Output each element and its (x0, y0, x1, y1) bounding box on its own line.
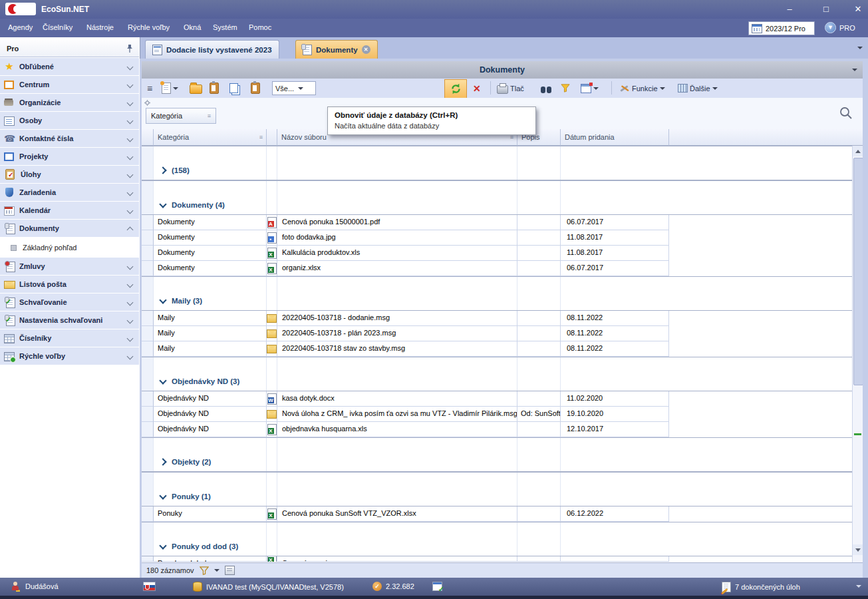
sidebar-item-nastavenia-schvalovani[interactable]: Nastavenia schvaľovani (0, 311, 139, 329)
search-button[interactable] (541, 81, 551, 95)
group-row[interactable]: Ponuky od dod (3) (142, 522, 852, 556)
panel-menu-dropdown-icon[interactable] (852, 69, 857, 71)
close-button[interactable]: ✕ (847, 3, 868, 16)
header-file-icon[interactable] (267, 129, 277, 146)
pro-badge[interactable]: ▼ PRO (825, 22, 855, 33)
user-icon (12, 582, 21, 591)
table-row[interactable]: Dokumenty X Kalkulácia produktov.xls11.0… (142, 246, 852, 261)
group-row[interactable]: (158) (142, 146, 852, 180)
tab-list-dropdown-icon[interactable] (857, 47, 863, 49)
table-row[interactable]: Dokumenty A Cenová ponuka 15000001.pdf06… (142, 215, 852, 230)
version-status[interactable]: ✓2.32.682 (372, 582, 414, 591)
print-button[interactable]: Tlač (497, 81, 524, 95)
sidebar-item-organizacie[interactable]: Organizácie (0, 94, 139, 111)
more-menu-button[interactable]: Ďalšie (678, 81, 718, 95)
status-dropdown-icon[interactable] (856, 585, 861, 588)
user-status[interactable]: Dudášová (12, 582, 59, 591)
sidebar-item-zakladny-pohlad[interactable]: Základný pohľad (0, 238, 139, 258)
sidebar-item-ciselniky[interactable]: Číselníky (0, 329, 139, 347)
table-row[interactable]: Dokumenty ▪ foto dodavka.jpg11.08.2017 (142, 230, 852, 246)
toolbar-menu-icon[interactable]: ≡ (147, 81, 152, 95)
paste-button[interactable] (210, 81, 219, 95)
header-datum-pridania[interactable]: Dátum pridania (561, 129, 669, 146)
sidebar-item-kalendar[interactable]: Kalendár (0, 202, 139, 219)
sidebar-item-schvalovanie[interactable]: Schvaľovanie (0, 294, 139, 311)
menu-item-system[interactable]: Systém (213, 23, 237, 31)
tab-close-icon[interactable]: ✕ (362, 45, 370, 54)
cancel-button[interactable]: ✕ (473, 81, 481, 95)
aggregate-icon[interactable] (225, 566, 235, 575)
language-flag[interactable] (143, 582, 156, 591)
sidebar-item-osoby[interactable]: Osoby (0, 112, 139, 129)
organizations-icon (4, 100, 13, 106)
mail-file-icon (267, 345, 277, 353)
excel-file-icon: X (267, 263, 277, 274)
header-kategoria[interactable]: Kategória≡ (154, 129, 267, 146)
tab-dokumenty[interactable]: Dokumenty ✕ (295, 40, 378, 59)
menu-item-pomoc[interactable]: Pomoc (249, 23, 271, 31)
filter-dropdown-icon[interactable] (214, 569, 219, 572)
table-row[interactable]: Dokumenty X organiz.xlsx06.07.2017 (142, 261, 852, 276)
table-row[interactable]: Objednávky ND Nová úloha z CRM_ ivka pos… (142, 407, 852, 422)
table-row[interactable]: Objednávky ND W kasa dotyk.docx11.02.202… (142, 391, 852, 407)
sidebar-item-ulohy[interactable]: Úlohy (0, 166, 139, 183)
open-button[interactable] (190, 81, 202, 95)
menu-item-nastroje[interactable]: Nástroje (86, 23, 114, 31)
functions-menu-button[interactable]: Funkcie (619, 81, 665, 95)
table-row[interactable]: Maily 20220405-103718 - plán 2023.msg08.… (142, 326, 852, 341)
sidebar-item-dokumenty[interactable]: Dokumenty (0, 220, 139, 237)
table-row[interactable]: Maily 20220405-103718 - dodanie.msg08.11… (142, 311, 852, 326)
menu-item-agendy[interactable]: Agendy (8, 23, 33, 31)
filter-button[interactable] (561, 81, 570, 95)
sidebar-item-kontaktne-cisla[interactable]: ☎Kontaktné čísla (0, 130, 139, 147)
scroll-down-icon[interactable] (853, 544, 863, 555)
group-row[interactable]: Dokumenty (4) (142, 180, 852, 215)
chevron-down-icon (159, 296, 166, 303)
table-row[interactable]: Objednávky ND X objednavka husquarna.xls… (142, 422, 852, 437)
tab-dodacie-listy[interactable]: Dodacie listy vystavené 2023 (145, 40, 279, 59)
chevron-down-icon (159, 492, 166, 499)
period-selector[interactable]: 2023/12 Pro (748, 21, 815, 35)
tasks-icon (5, 169, 15, 180)
pin-icon[interactable] (126, 44, 134, 53)
refresh-button[interactable] (444, 79, 467, 99)
table-row[interactable]: Maily 20220405-103718 stav zo stavby.msg… (142, 341, 852, 357)
gear-icon[interactable] (144, 100, 150, 106)
menu-item-okna[interactable]: Okná (184, 23, 201, 31)
group-row[interactable]: Objekty (2) (142, 437, 852, 472)
search-icon[interactable] (839, 106, 853, 120)
table-row-partial[interactable]: Ponuky od dod X Cenová ponuka … (142, 556, 852, 562)
database-status[interactable]: IVANAD test (MySQL/IVANADtest, V2578) (193, 582, 344, 592)
sidebar-item-zariadenia[interactable]: Zariadenia (0, 184, 139, 201)
scrollbar-thumb[interactable] (853, 158, 863, 385)
copy-button[interactable] (229, 81, 238, 95)
sidebar-item-listova-posta[interactable]: Listová pošta (0, 276, 139, 293)
funnel-icon[interactable] (200, 566, 209, 575)
group-row[interactable]: Objednávky ND (3) (142, 357, 852, 391)
sidebar-item-zmluvy[interactable]: Zmluvy (0, 258, 139, 275)
group-row[interactable]: Ponuky (1) (142, 472, 852, 506)
quick-actions-icon (4, 352, 15, 361)
minimize-button[interactable]: – (778, 3, 801, 16)
new-document-button[interactable] (162, 81, 178, 95)
vertical-scrollbar[interactable] (852, 146, 863, 562)
group-by-chip-kategoria[interactable]: Kategória≡ (146, 108, 216, 124)
paste-special-button[interactable] (251, 81, 260, 95)
excel-file-icon: X (267, 424, 277, 435)
sidebar-item-centrum[interactable]: Centrum (0, 76, 139, 93)
scroll-up-icon[interactable] (853, 146, 863, 156)
calendar-status[interactable] (432, 582, 442, 591)
new-window-button[interactable] (581, 81, 599, 95)
sidebar-item-rychle-volby[interactable]: Rýchle voľby (0, 347, 139, 365)
table-row[interactable]: Ponuky X Cenová ponuka SunSoft VTZ_VZOR.… (142, 506, 852, 522)
completed-tasks-status[interactable]: 7 dokončených úloh (722, 582, 800, 592)
menu-item-ciselniky[interactable]: Číselníky (43, 23, 72, 31)
sidebar-item-oblubene[interactable]: ★Obľúbené (0, 58, 139, 75)
menu-item-rychle-volby[interactable]: Rýchle voľby (128, 23, 170, 31)
sort-icon: ≡ (208, 112, 211, 119)
group-row[interactable]: Maily (3) (142, 276, 852, 311)
sidebar-item-projekty[interactable]: Projekty (0, 148, 139, 165)
filter-combo[interactable]: Vše... (272, 81, 316, 95)
maximize-button[interactable]: □ (815, 3, 837, 16)
chevron-down-icon (127, 353, 134, 359)
